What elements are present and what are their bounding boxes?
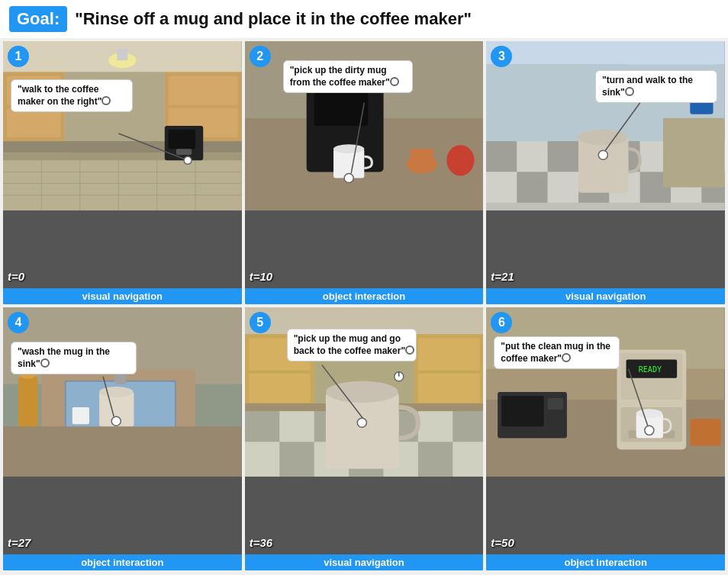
svg-rect-53 xyxy=(517,172,548,202)
svg-point-25 xyxy=(184,156,192,164)
step-6-bubble: "put the clean mug in the coffee maker" xyxy=(494,336,620,369)
svg-rect-24 xyxy=(176,149,192,155)
step-4-cell: 4 "wash the mug in the sink" t=27 object… xyxy=(3,307,242,570)
step-5-bubble: "pick up the mug and go back to the coff… xyxy=(287,329,417,361)
step-2-cell: 2 "pick up the dirty mug from the coffee… xyxy=(245,41,484,304)
svg-rect-98 xyxy=(245,442,279,477)
step-1-bubble: "walk to the coffee maker on the right" xyxy=(11,79,133,112)
svg-rect-106 xyxy=(326,392,399,469)
step-5-badge: 5 xyxy=(250,312,271,333)
svg-rect-75 xyxy=(72,407,89,424)
svg-point-122 xyxy=(636,409,662,418)
svg-rect-85 xyxy=(249,374,311,403)
svg-rect-3 xyxy=(117,49,127,60)
header: Goal: "Rinse off a mug and place it in t… xyxy=(0,0,728,38)
step-4-timestamp: t=27 xyxy=(8,536,31,549)
svg-rect-6 xyxy=(7,108,61,137)
svg-point-35 xyxy=(446,145,474,175)
svg-rect-44 xyxy=(486,141,517,172)
svg-point-108 xyxy=(357,418,366,427)
step-1-cell: 1 "walk to the coffee maker on the right… xyxy=(3,41,242,304)
goal-text: "Rinse off a mug and place it in the cof… xyxy=(75,9,472,29)
svg-rect-104 xyxy=(453,442,483,477)
svg-rect-23 xyxy=(169,130,195,149)
svg-point-64 xyxy=(599,150,608,159)
step-2-badge: 2 xyxy=(250,46,271,67)
svg-point-32 xyxy=(333,144,364,153)
step-1-timestamp: t=0 xyxy=(8,270,24,283)
step-3-timestamp: t=21 xyxy=(491,270,514,283)
svg-rect-9 xyxy=(169,75,238,104)
svg-rect-60 xyxy=(663,118,725,188)
step-grid: 1 "walk to the coffee maker on the right… xyxy=(0,38,728,573)
step-6-timestamp: t=50 xyxy=(491,536,514,549)
svg-rect-126 xyxy=(691,419,721,445)
step-5-timestamp: t=36 xyxy=(250,536,272,549)
svg-rect-46 xyxy=(548,141,578,172)
svg-rect-91 xyxy=(245,407,279,442)
svg-rect-87 xyxy=(418,338,480,370)
step-3-bubble: "turn and walk to the sink" xyxy=(595,70,717,103)
svg-point-79 xyxy=(111,416,121,426)
svg-rect-34 xyxy=(411,149,433,164)
svg-point-127 xyxy=(645,426,654,435)
step-5-cell: 5 "pick up the mug and go back to the co… xyxy=(245,307,484,570)
svg-rect-124 xyxy=(502,396,544,426)
svg-rect-11 xyxy=(3,141,242,153)
step-2-bubble: "pick up the dirty mug from the coffee m… xyxy=(283,60,413,93)
svg-rect-88 xyxy=(418,374,480,403)
step-4-badge: 4 xyxy=(8,312,29,333)
svg-rect-52 xyxy=(486,172,517,202)
step-1-label: visual navigation xyxy=(3,288,242,304)
svg-rect-54 xyxy=(548,172,578,202)
svg-rect-99 xyxy=(279,442,314,477)
step-2-timestamp: t=10 xyxy=(250,270,272,283)
goal-label: Goal: xyxy=(9,6,67,32)
step-5-label: visual navigation xyxy=(245,554,484,570)
svg-rect-76 xyxy=(18,377,37,435)
step-4-bubble: "wash the mug in the sink" xyxy=(11,342,137,374)
svg-rect-41 xyxy=(486,41,725,64)
svg-point-74 xyxy=(99,387,133,397)
scene-1-svg xyxy=(3,41,242,210)
svg-rect-125 xyxy=(548,398,563,410)
svg-text:READY: READY xyxy=(639,365,662,374)
svg-rect-96 xyxy=(418,407,453,442)
svg-point-62 xyxy=(578,130,628,145)
step-4-label: object interaction xyxy=(3,554,242,570)
svg-rect-30 xyxy=(314,88,368,126)
svg-point-36 xyxy=(344,173,353,182)
step-1-badge: 1 xyxy=(8,46,29,67)
scene-4-svg xyxy=(3,307,242,477)
scene-3-svg xyxy=(486,41,725,210)
step-6-cell: READY 6 "put the clean mug in the coffee… xyxy=(486,307,725,570)
svg-rect-78 xyxy=(3,426,242,477)
svg-rect-103 xyxy=(418,442,453,477)
svg-rect-61 xyxy=(578,137,629,193)
svg-rect-45 xyxy=(517,141,548,172)
svg-rect-92 xyxy=(279,407,314,442)
step-2-label: object interaction xyxy=(245,288,484,304)
scene-6-svg: READY xyxy=(486,307,725,477)
step-6-label: object interaction xyxy=(486,554,725,570)
step-3-label: visual navigation xyxy=(486,288,725,304)
svg-rect-97 xyxy=(453,407,483,442)
svg-rect-13 xyxy=(3,160,242,210)
step-3-cell: 3 "turn and walk to the sink" t=21 visua… xyxy=(486,41,725,304)
